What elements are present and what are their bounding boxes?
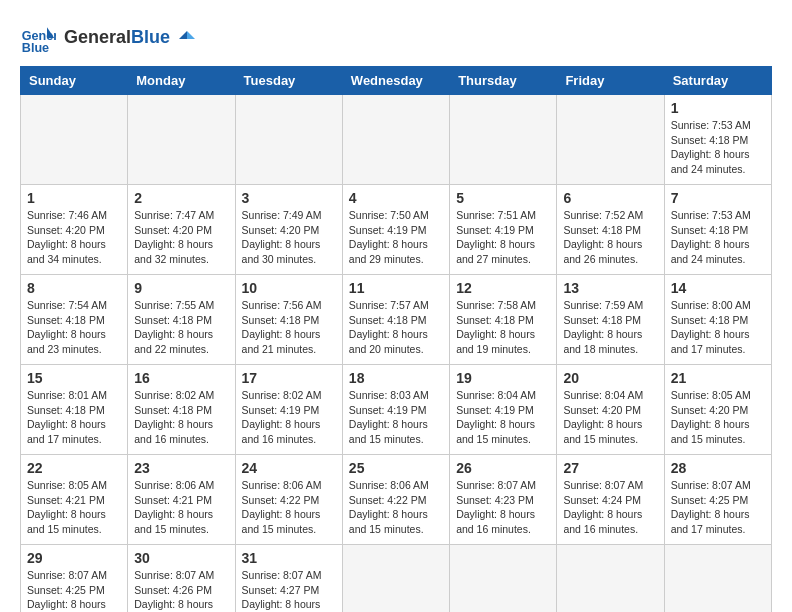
calendar-cell xyxy=(450,545,557,613)
day-number: 2 xyxy=(134,190,228,206)
column-header-friday: Friday xyxy=(557,67,664,95)
day-number: 21 xyxy=(671,370,765,386)
day-info: Sunrise: 7:53 AM Sunset: 4:18 PM Dayligh… xyxy=(671,208,765,267)
calendar-cell xyxy=(21,95,128,185)
calendar-cell: 25 Sunrise: 8:06 AM Sunset: 4:22 PM Dayl… xyxy=(342,455,449,545)
day-number: 8 xyxy=(27,280,121,296)
day-info: Sunrise: 8:04 AM Sunset: 4:19 PM Dayligh… xyxy=(456,388,550,447)
day-info: Sunrise: 7:57 AM Sunset: 4:18 PM Dayligh… xyxy=(349,298,443,357)
calendar-week-row: 29 Sunrise: 8:07 AM Sunset: 4:25 PM Dayl… xyxy=(21,545,772,613)
calendar-cell: 18 Sunrise: 8:03 AM Sunset: 4:19 PM Dayl… xyxy=(342,365,449,455)
day-number: 6 xyxy=(563,190,657,206)
calendar-cell: 20 Sunrise: 8:04 AM Sunset: 4:20 PM Dayl… xyxy=(557,365,664,455)
day-number: 20 xyxy=(563,370,657,386)
day-info: Sunrise: 7:46 AM Sunset: 4:20 PM Dayligh… xyxy=(27,208,121,267)
day-number: 23 xyxy=(134,460,228,476)
day-info: Sunrise: 8:02 AM Sunset: 4:19 PM Dayligh… xyxy=(242,388,336,447)
day-number: 13 xyxy=(563,280,657,296)
day-number: 15 xyxy=(27,370,121,386)
day-number: 16 xyxy=(134,370,228,386)
day-number: 27 xyxy=(563,460,657,476)
calendar-cell: 10 Sunrise: 7:56 AM Sunset: 4:18 PM Dayl… xyxy=(235,275,342,365)
calendar-header-row: SundayMondayTuesdayWednesdayThursdayFrid… xyxy=(21,67,772,95)
day-number: 26 xyxy=(456,460,550,476)
column-header-saturday: Saturday xyxy=(664,67,771,95)
calendar-cell: 11 Sunrise: 7:57 AM Sunset: 4:18 PM Dayl… xyxy=(342,275,449,365)
calendar-cell: 1 Sunrise: 7:46 AM Sunset: 4:20 PM Dayli… xyxy=(21,185,128,275)
calendar-cell: 5 Sunrise: 7:51 AM Sunset: 4:19 PM Dayli… xyxy=(450,185,557,275)
day-number: 28 xyxy=(671,460,765,476)
day-info: Sunrise: 8:03 AM Sunset: 4:19 PM Dayligh… xyxy=(349,388,443,447)
calendar-cell xyxy=(128,95,235,185)
day-info: Sunrise: 7:50 AM Sunset: 4:19 PM Dayligh… xyxy=(349,208,443,267)
day-number: 4 xyxy=(349,190,443,206)
calendar-week-row: 1 Sunrise: 7:46 AM Sunset: 4:20 PM Dayli… xyxy=(21,185,772,275)
calendar-cell: 17 Sunrise: 8:02 AM Sunset: 4:19 PM Dayl… xyxy=(235,365,342,455)
day-number: 14 xyxy=(671,280,765,296)
day-info: Sunrise: 8:01 AM Sunset: 4:18 PM Dayligh… xyxy=(27,388,121,447)
day-info: Sunrise: 7:49 AM Sunset: 4:20 PM Dayligh… xyxy=(242,208,336,267)
calendar-cell: 19 Sunrise: 8:04 AM Sunset: 4:19 PM Dayl… xyxy=(450,365,557,455)
day-info: Sunrise: 8:07 AM Sunset: 4:23 PM Dayligh… xyxy=(456,478,550,537)
calendar-week-row: 1 Sunrise: 7:53 AM Sunset: 4:18 PM Dayli… xyxy=(21,95,772,185)
column-header-monday: Monday xyxy=(128,67,235,95)
day-info: Sunrise: 8:00 AM Sunset: 4:18 PM Dayligh… xyxy=(671,298,765,357)
day-info: Sunrise: 8:02 AM Sunset: 4:18 PM Dayligh… xyxy=(134,388,228,447)
calendar-cell: 28 Sunrise: 8:07 AM Sunset: 4:25 PM Dayl… xyxy=(664,455,771,545)
day-number: 11 xyxy=(349,280,443,296)
day-number: 17 xyxy=(242,370,336,386)
day-info: Sunrise: 8:05 AM Sunset: 4:21 PM Dayligh… xyxy=(27,478,121,537)
day-number: 12 xyxy=(456,280,550,296)
day-info: Sunrise: 7:52 AM Sunset: 4:18 PM Dayligh… xyxy=(563,208,657,267)
day-info: Sunrise: 8:06 AM Sunset: 4:22 PM Dayligh… xyxy=(242,478,336,537)
day-number: 19 xyxy=(456,370,550,386)
calendar-week-row: 15 Sunrise: 8:01 AM Sunset: 4:18 PM Dayl… xyxy=(21,365,772,455)
day-number: 25 xyxy=(349,460,443,476)
logo-icon: General Blue xyxy=(20,20,56,56)
day-info: Sunrise: 8:07 AM Sunset: 4:27 PM Dayligh… xyxy=(242,568,336,612)
day-info: Sunrise: 8:07 AM Sunset: 4:26 PM Dayligh… xyxy=(134,568,228,612)
calendar-cell: 24 Sunrise: 8:06 AM Sunset: 4:22 PM Dayl… xyxy=(235,455,342,545)
calendar-cell xyxy=(342,545,449,613)
calendar-cell: 21 Sunrise: 8:05 AM Sunset: 4:20 PM Dayl… xyxy=(664,365,771,455)
calendar-cell xyxy=(664,545,771,613)
logo-text: GeneralBlue xyxy=(64,27,197,48)
calendar-cell: 15 Sunrise: 8:01 AM Sunset: 4:18 PM Dayl… xyxy=(21,365,128,455)
day-number: 10 xyxy=(242,280,336,296)
calendar-cell xyxy=(557,95,664,185)
day-number: 5 xyxy=(456,190,550,206)
calendar-cell: 8 Sunrise: 7:54 AM Sunset: 4:18 PM Dayli… xyxy=(21,275,128,365)
day-info: Sunrise: 7:55 AM Sunset: 4:18 PM Dayligh… xyxy=(134,298,228,357)
calendar-cell: 29 Sunrise: 8:07 AM Sunset: 4:25 PM Dayl… xyxy=(21,545,128,613)
calendar-cell xyxy=(235,95,342,185)
calendar-cell: 23 Sunrise: 8:06 AM Sunset: 4:21 PM Dayl… xyxy=(128,455,235,545)
calendar-cell: 3 Sunrise: 7:49 AM Sunset: 4:20 PM Dayli… xyxy=(235,185,342,275)
calendar-cell: 16 Sunrise: 8:02 AM Sunset: 4:18 PM Dayl… xyxy=(128,365,235,455)
calendar-week-row: 22 Sunrise: 8:05 AM Sunset: 4:21 PM Dayl… xyxy=(21,455,772,545)
day-info: Sunrise: 8:06 AM Sunset: 4:22 PM Dayligh… xyxy=(349,478,443,537)
calendar-cell: 9 Sunrise: 7:55 AM Sunset: 4:18 PM Dayli… xyxy=(128,275,235,365)
column-header-sunday: Sunday xyxy=(21,67,128,95)
calendar-cell: 26 Sunrise: 8:07 AM Sunset: 4:23 PM Dayl… xyxy=(450,455,557,545)
day-info: Sunrise: 7:56 AM Sunset: 4:18 PM Dayligh… xyxy=(242,298,336,357)
day-info: Sunrise: 8:07 AM Sunset: 4:25 PM Dayligh… xyxy=(671,478,765,537)
calendar-cell: 2 Sunrise: 7:47 AM Sunset: 4:20 PM Dayli… xyxy=(128,185,235,275)
day-number: 3 xyxy=(242,190,336,206)
calendar-table: SundayMondayTuesdayWednesdayThursdayFrid… xyxy=(20,66,772,612)
day-number: 30 xyxy=(134,550,228,566)
calendar-cell: 7 Sunrise: 7:53 AM Sunset: 4:18 PM Dayli… xyxy=(664,185,771,275)
calendar-cell xyxy=(342,95,449,185)
day-info: Sunrise: 7:54 AM Sunset: 4:18 PM Dayligh… xyxy=(27,298,121,357)
day-number: 31 xyxy=(242,550,336,566)
day-info: Sunrise: 8:07 AM Sunset: 4:25 PM Dayligh… xyxy=(27,568,121,612)
calendar-cell: 31 Sunrise: 8:07 AM Sunset: 4:27 PM Dayl… xyxy=(235,545,342,613)
calendar-cell: 6 Sunrise: 7:52 AM Sunset: 4:18 PM Dayli… xyxy=(557,185,664,275)
logo: General Blue GeneralBlue xyxy=(20,20,197,56)
calendar-cell: 4 Sunrise: 7:50 AM Sunset: 4:19 PM Dayli… xyxy=(342,185,449,275)
day-number: 29 xyxy=(27,550,121,566)
day-info: Sunrise: 8:04 AM Sunset: 4:20 PM Dayligh… xyxy=(563,388,657,447)
day-info: Sunrise: 8:05 AM Sunset: 4:20 PM Dayligh… xyxy=(671,388,765,447)
day-info: Sunrise: 8:06 AM Sunset: 4:21 PM Dayligh… xyxy=(134,478,228,537)
day-info: Sunrise: 7:58 AM Sunset: 4:18 PM Dayligh… xyxy=(456,298,550,357)
calendar-cell xyxy=(557,545,664,613)
